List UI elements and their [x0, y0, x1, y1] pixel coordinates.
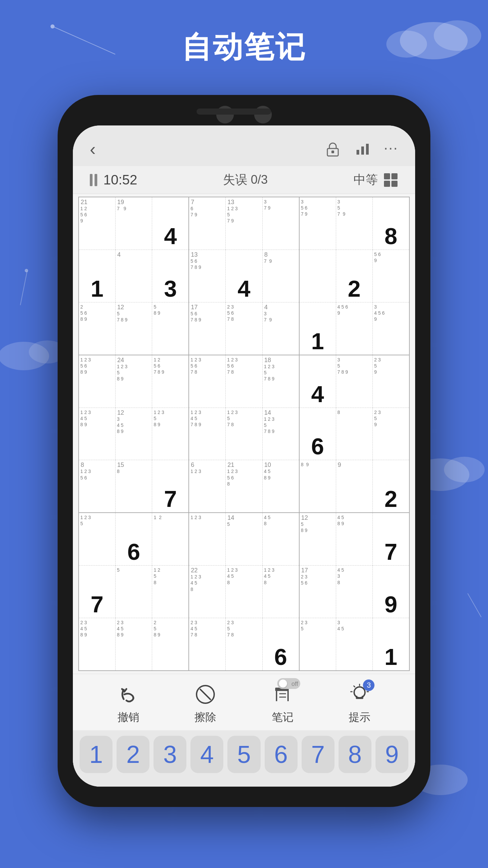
grid-cell[interactable]: 1 2 — [152, 513, 189, 565]
grid-cell[interactable]: 4 — [152, 197, 189, 250]
number-button-9[interactable]: 9 — [375, 736, 408, 773]
grid-cell[interactable]: 2 3 5 7 8 — [226, 618, 262, 671]
grid-cell[interactable]: 5 8 9 — [152, 302, 189, 355]
grid-cell[interactable]: 2 5 8 9 — [152, 618, 189, 671]
grid-cell[interactable]: 6 — [262, 618, 299, 671]
grid-cell[interactable]: 211 2 5 6 9 — [79, 197, 115, 250]
grid-cell[interactable]: 135 6 7 8 9 — [189, 250, 225, 302]
grid-cell[interactable]: 7 — [373, 513, 410, 565]
grid-cell[interactable]: 2 3 5 — [299, 618, 336, 671]
grid-cell[interactable]: 2 3 4 5 8 9 — [115, 618, 152, 671]
grid-cell[interactable]: 123 4 5 8 9 — [115, 408, 152, 460]
grid-cell[interactable]: 125 8 9 — [299, 513, 336, 565]
grid-cell[interactable]: 2 — [373, 460, 410, 513]
grid-cell[interactable]: 4 5 3 8 — [336, 566, 372, 618]
grid-cell[interactable]: 1 2 3 4 5 8 9 — [79, 408, 115, 460]
number-button-1[interactable]: 1 — [80, 736, 113, 773]
notes-toggle[interactable]: off — [277, 678, 300, 689]
grid-cell[interactable]: 3 5 7 8 9 — [336, 355, 372, 408]
grid-cell[interactable]: 1 2 3 4 5 8 — [262, 566, 299, 618]
grid-cell[interactable]: 5 6 9 — [373, 250, 410, 302]
grid-cell[interactable]: 7 — [79, 566, 115, 618]
grid-cell[interactable]: 81 2 3 5 6 — [79, 460, 115, 513]
grid-cell[interactable]: 1 2 3 — [189, 513, 225, 565]
grid-cell[interactable]: 3 4 5 6 9 — [373, 302, 410, 355]
grid-cell[interactable]: 2 3 4 5 7 8 — [189, 618, 225, 671]
hints-button[interactable]: 3 提 — [347, 682, 372, 725]
grid-cell[interactable]: 221 2 3 4 5 8 — [189, 566, 225, 618]
grid-cell[interactable]: 8 — [336, 408, 372, 460]
grid-cell[interactable]: 3 7 9 — [262, 197, 299, 250]
grid-cell[interactable]: 6 — [115, 513, 152, 565]
grid-cell[interactable]: 2 5 6 8 9 — [79, 302, 115, 355]
grid-cell[interactable]: 1 2 3 5 7 8 — [226, 408, 262, 460]
grid-cell[interactable]: 9 — [373, 566, 410, 618]
grid-cell[interactable]: 87 9 — [262, 250, 299, 302]
grid-cell[interactable]: 131 2 3 5 7 9 — [226, 197, 262, 250]
grid-cell[interactable]: 9 — [336, 460, 372, 513]
number-button-8[interactable]: 8 — [339, 736, 371, 773]
grid-cell[interactable]: 2 3 5 9 — [373, 408, 410, 460]
grid-cell[interactable]: 158 — [115, 460, 152, 513]
grid-cell[interactable]: 76 7 9 — [189, 197, 225, 250]
grid-cell[interactable]: 104 5 8 9 — [262, 460, 299, 513]
grid-cell[interactable]: 3 4 5 — [336, 618, 372, 671]
grid-cell[interactable]: 43 7 9 — [262, 302, 299, 355]
grid-cell[interactable]: 6 — [299, 408, 336, 460]
chart-icon[interactable] — [354, 140, 371, 158]
grid-cell[interactable]: 181 2 3 5 7 8 9 — [262, 355, 299, 408]
grid-cell[interactable]: 5 — [115, 566, 152, 618]
erase-button[interactable]: 擦除 — [193, 682, 218, 725]
grid-cell[interactable]: 1 2 5 6 7 8 9 — [152, 355, 189, 408]
grid-view-icon[interactable] — [383, 173, 398, 188]
pause-icon[interactable] — [90, 174, 97, 186]
grid-cell[interactable]: 241 2 3 5 8 9 — [115, 355, 152, 408]
grid-cell[interactable]: 1 2 3 4 5 7 8 9 — [189, 408, 225, 460]
grid-cell[interactable]: 4 — [226, 250, 262, 302]
grid-cell[interactable]: 8 — [373, 197, 410, 250]
grid-cell[interactable]: 4 5 8 — [262, 513, 299, 565]
grid-cell[interactable]: 7 — [152, 460, 189, 513]
grid-cell[interactable]: 1 2 3 4 5 8 — [226, 566, 262, 618]
grid-cell[interactable]: 4 5 8 9 — [336, 513, 372, 565]
notes-button[interactable]: off 笔记 — [270, 682, 295, 725]
grid-cell[interactable]: 2 3 4 5 8 9 — [79, 618, 115, 671]
grid-cell[interactable]: 3 — [152, 250, 189, 302]
number-button-5[interactable]: 5 — [227, 736, 260, 773]
grid-cell[interactable]: 145 — [226, 513, 262, 565]
undo-button[interactable]: 撤销 — [116, 682, 141, 725]
number-button-6[interactable]: 6 — [265, 736, 298, 773]
back-button[interactable]: ‹ — [90, 139, 96, 159]
grid-cell[interactable]: 1 — [79, 250, 115, 302]
grid-cell[interactable]: 4 5 6 9 — [336, 302, 372, 355]
grid-cell[interactable] — [299, 250, 336, 302]
grid-cell[interactable]: 125 7 8 9 — [115, 302, 152, 355]
grid-cell[interactable]: 1 2 3 5 — [79, 513, 115, 565]
grid-cell[interactable]: 172 3 5 6 — [299, 566, 336, 618]
grid-cell[interactable]: 4 — [115, 250, 152, 302]
number-button-3[interactable]: 3 — [154, 736, 186, 773]
number-button-2[interactable]: 2 — [117, 736, 149, 773]
grid-cell[interactable]: 3 5 7 9 — [336, 197, 372, 250]
grid-cell[interactable]: 1 2 5 8 — [152, 566, 189, 618]
grid-cell[interactable]: 141 2 3 5 7 8 9 — [262, 408, 299, 460]
grid-cell[interactable]: 1 2 3 5 6 8 9 — [79, 355, 115, 408]
grid-cell[interactable]: 3 5 6 7 9 — [299, 197, 336, 250]
more-button[interactable]: ··· — [384, 139, 398, 156]
grid-cell[interactable]: 211 2 3 5 6 8 — [226, 460, 262, 513]
grid-cell[interactable]: 1 — [373, 618, 410, 671]
grid-cell[interactable]: 1 — [299, 302, 336, 355]
grid-cell[interactable]: 197 9 — [115, 197, 152, 250]
grid-cell[interactable]: 1 2 3 5 6 7 8 — [189, 355, 225, 408]
grid-cell[interactable]: 4 — [299, 355, 336, 408]
grid-cell[interactable]: 2 3 5 9 — [373, 355, 410, 408]
grid-cell[interactable]: 1 2 3 5 8 9 — [152, 408, 189, 460]
grid-cell[interactable]: 8 9 — [299, 460, 336, 513]
number-button-4[interactable]: 4 — [190, 736, 223, 773]
grid-cell[interactable]: 61 2 3 — [189, 460, 225, 513]
grid-cell[interactable]: 175 6 7 8 9 — [189, 302, 225, 355]
number-button-7[interactable]: 7 — [302, 736, 334, 773]
grid-cell[interactable]: 2 3 5 6 7 8 — [226, 302, 262, 355]
grid-cell[interactable]: 1 2 3 5 6 7 8 — [226, 355, 262, 408]
grid-cell[interactable]: 2 — [336, 250, 372, 302]
